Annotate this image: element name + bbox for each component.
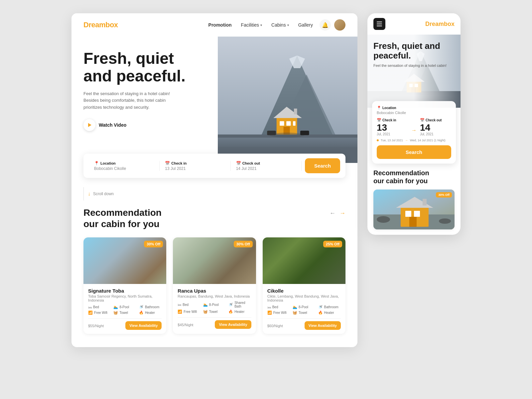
heater-icon-2: 🔥 — [318, 311, 323, 315]
mobile-checkout-month: Jul, 2021 — [420, 132, 451, 136]
towel-icon: 🧺 — [113, 311, 118, 315]
checkout-value: 14 Jul 2021 — [236, 166, 296, 171]
section-title-line1: Recommendation — [83, 207, 162, 218]
mobile-logo[interactable]: Dreambox — [425, 21, 455, 28]
amenity-pool-2: 🏊8-Pool — [293, 305, 315, 309]
cabin-card-2-price: $60/Night — [267, 323, 283, 329]
svg-point-34 — [377, 216, 390, 223]
view-availability-button-1[interactable]: View Availability — [215, 320, 251, 329]
nav-cabins[interactable]: Cabins ▾ — [271, 22, 289, 28]
prev-arrow-icon[interactable]: ← — [330, 210, 335, 217]
cabin-card-2: 25% Off Cikolle Cikte, Lembang, West Ban… — [263, 237, 345, 334]
checkin-field[interactable]: 📅 Check in 13 Jul 2021 — [160, 161, 230, 171]
desktop-nav: Dreambox Promotion Facilities ▾ Cabins ▾… — [71, 13, 357, 37]
mountain-background-icon — [218, 37, 357, 163]
mobile-menu-button[interactable] — [373, 18, 385, 30]
mobile-cabin-discount-badge: 30% Off — [436, 192, 452, 198]
cabin-card-2-name: Cikolle — [267, 288, 341, 294]
checkin-value: 13 Jul 2021 — [165, 166, 225, 171]
hero-image — [218, 37, 357, 163]
amenity-heater: 🔥Heater — [139, 311, 162, 315]
amenity-bed-1: 🛏Bed — [178, 301, 200, 308]
shared-bath-icon: 🚿 — [228, 303, 233, 307]
search-button[interactable]: Search — [305, 158, 340, 173]
desktop-logo[interactable]: Dreambox — [83, 21, 118, 29]
cabin-card-1-body: Ranca Upas Rancaupas, Bandung, West Java… — [173, 284, 256, 333]
cabins-chevron-icon: ▾ — [287, 23, 289, 27]
cabin-card-0-footer: $55/Night View Availability — [88, 318, 162, 330]
facilities-chevron-icon: ▾ — [260, 23, 262, 27]
cabin-card-2-footer: $60/Night View Availability — [267, 318, 341, 330]
svg-rect-29 — [405, 211, 411, 217]
checkout-field[interactable]: 📅 Check out 14 Jul 2021 — [231, 161, 302, 171]
svg-rect-14 — [267, 131, 276, 135]
amenity-shared-bath: 🚿Shared Bath — [228, 301, 251, 308]
bed-icon: 🛏 — [88, 305, 92, 309]
cabin-card-1-name: Ranca Upas — [178, 288, 251, 294]
search-bar: 📍 Location Bobocabin Cikolle 📅 Check in … — [83, 154, 345, 178]
wifi-icon-2: 📶 — [267, 311, 272, 315]
amenity-bathroom: 🚿Bathroom — [139, 305, 162, 309]
mob-logo-suffix: box — [444, 21, 455, 27]
towel-icon-2: 🧺 — [293, 311, 297, 315]
svg-rect-5 — [218, 138, 357, 147]
amenity-towel: 🧺Towel — [113, 311, 136, 315]
nav-gallery[interactable]: Gallery — [298, 22, 313, 28]
mobile-cabin-card-image: 30% Off — [373, 190, 455, 229]
nav-facilities[interactable]: Facilities ▾ — [241, 22, 262, 28]
mobile-trip-info: Tue, 13 Jul 2021 → Wed, 14 Jul 2021 (1 N… — [377, 139, 451, 142]
logo-prefix: Dream — [83, 21, 105, 29]
cabin-card-0-name: Signature Toba — [88, 288, 162, 294]
watch-video-button[interactable]: Watch Video — [83, 119, 206, 131]
mobile-search-button[interactable]: Search — [377, 145, 451, 159]
user-avatar[interactable] — [334, 19, 345, 31]
cabin-card-1-discount: 30% Off — [234, 241, 253, 247]
trip-arrow-icon: → — [405, 139, 408, 142]
amenity-bed-2: 🛏Bed — [267, 305, 290, 309]
hero-content: Fresh, quiet and peaceful. Feel the sens… — [71, 37, 218, 163]
mobile-checkin-label: 📅 Check in — [377, 118, 408, 122]
mobile-checkout-calendar-icon: 📅 — [420, 118, 425, 122]
next-arrow-icon[interactable]: → — [339, 210, 345, 217]
cabin-price-value: $55 — [88, 324, 94, 328]
mobile-location-value: Bobocabin Cikolle — [377, 111, 451, 115]
mobile-section-title: Recommendation our cabin for you — [373, 169, 455, 185]
heater-icon-1: 🔥 — [228, 310, 233, 314]
logo-suffix: box — [105, 21, 118, 29]
scroll-arrow-icon: ↓ — [88, 191, 90, 197]
mobile-section-title-line1: Recommendation — [373, 169, 455, 177]
cabin-card-1: 30% Off Ranca Upas Rancaupas, Bandung, W… — [173, 237, 256, 334]
cabin-card-1-price: $45/Night — [178, 322, 193, 328]
svg-rect-30 — [414, 211, 420, 217]
mobile-location-field[interactable]: 📍 Location Bobocabin Cikolle — [377, 106, 451, 115]
amenity-pool: 🏊8-Pool — [113, 305, 136, 309]
cabin-card-0-location: Toba Samosir Regency, North Sumatra, Ind… — [88, 294, 162, 302]
play-triangle-icon — [88, 123, 91, 127]
mobile-checkout-label-text: Check out — [426, 118, 442, 122]
mobile-date-row: 📅 Check in 13 Jul, 2021 → 📅 Check out 14… — [377, 118, 451, 136]
amenity-towel-2: 🧺Towel — [293, 311, 315, 315]
amenity-towel-1: 🧺Towel — [203, 310, 226, 314]
trip-end-date: Wed, 14 Jul 2021 (1 Night) — [410, 139, 446, 142]
cabin-card-1-location: Rancaupas, Bandung, West Java, Indonesia — [178, 294, 251, 298]
location-field[interactable]: 📍 Location Bobocabin Cikolle — [89, 161, 160, 171]
nav-promotion[interactable]: Promotion — [208, 22, 232, 28]
notification-bell-icon[interactable]: 🔔 — [320, 19, 331, 31]
cabin-card-2-amenities: 🛏Bed 🏊8-Pool 🚿Bathroom 📶Free Wifi 🧺Towel… — [267, 305, 341, 315]
towel-icon-1: 🧺 — [203, 310, 208, 314]
view-availability-button-0[interactable]: View Availability — [125, 321, 162, 330]
mobile-checkin-calendar-icon: 📅 — [377, 118, 381, 122]
svg-rect-12 — [294, 109, 297, 114]
svg-rect-7 — [280, 121, 284, 126]
trip-start-date: Tue, 13 Jul 2021 — [381, 139, 403, 142]
view-availability-button-2[interactable]: View Availability — [305, 321, 341, 330]
bed-icon-2: 🛏 — [267, 305, 271, 309]
svg-point-35 — [439, 218, 451, 224]
location-label-text: Location — [100, 161, 116, 165]
mobile-search-card: 📍 Location Bobocabin Cikolle 📅 Check in … — [372, 101, 456, 164]
mobile-location-icon: 📍 — [377, 106, 381, 110]
hero-description: Feel the sensation of staying in a hotel… — [83, 90, 177, 111]
amenity-bed: 🛏Bed — [88, 305, 111, 309]
mobile-checkout-block: 📅 Check out 14 Jul, 2021 — [420, 118, 451, 136]
menu-line-1 — [377, 22, 382, 22]
